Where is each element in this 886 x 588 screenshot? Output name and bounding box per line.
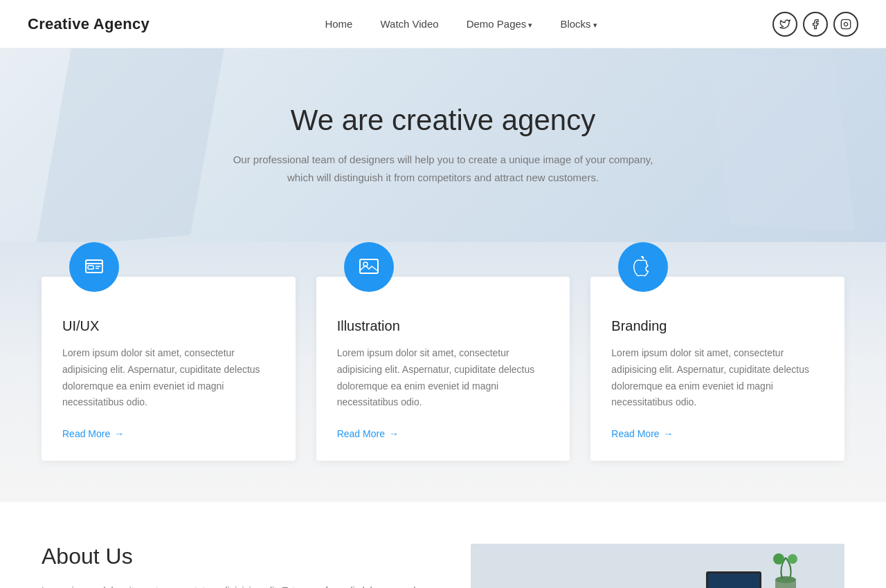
nav-link-home[interactable]: Home (325, 18, 352, 30)
twitter-icon[interactable] (772, 12, 797, 37)
about-left: About Us Lorem ipsum dolor sit amet, con… (42, 544, 429, 588)
card-branding-text: Lorem ipsum dolor sit amet, consectetur … (611, 345, 824, 411)
svg-point-20 (788, 554, 797, 564)
svg-rect-7 (360, 259, 378, 273)
hero-section: We are creative agency Our professional … (0, 48, 886, 242)
about-text: Lorem ipsum dolor sit amet, consectetur … (42, 583, 429, 588)
instagram-icon[interactable] (833, 12, 858, 37)
card-uiux-title: UI/UX (62, 318, 275, 334)
card-illustration-readmore[interactable]: Read More (337, 428, 399, 439)
card-uiux-body: UI/UX Lorem ipsum dolor sit amet, consec… (42, 277, 296, 461)
svg-rect-15 (708, 573, 759, 588)
svg-rect-0 (841, 19, 850, 28)
nav-menu: Home Watch Video Demo Pages Blocks (325, 18, 597, 30)
card-branding: Branding Lorem ipsum dolor sit amet, con… (590, 242, 844, 461)
svg-point-19 (773, 553, 784, 564)
svg-point-18 (775, 576, 796, 583)
card-uiux-text: Lorem ipsum dolor sit amet, consectetur … (62, 345, 275, 411)
about-section: About Us Lorem ipsum dolor sit amet, con… (0, 502, 886, 588)
hero-subtitle: Our professional team of designers will … (228, 151, 658, 186)
brand[interactable]: Creative Agency (28, 15, 150, 33)
card-uiux: UI/UX Lorem ipsum dolor sit amet, consec… (42, 242, 296, 461)
branding-icon-circle (618, 242, 668, 292)
card-branding-body: Branding Lorem ipsum dolor sit amet, con… (590, 277, 844, 461)
cards-section: UI/UX Lorem ipsum dolor sit amet, consec… (0, 242, 886, 502)
card-branding-title: Branding (611, 318, 824, 334)
social-icons (772, 12, 858, 37)
illustration-icon-circle (344, 242, 394, 292)
nav-link-demo-pages[interactable]: Demo Pages (467, 18, 533, 30)
navbar: Creative Agency Home Watch Video Demo Pa… (0, 0, 886, 48)
nav-item-home[interactable]: Home (325, 18, 352, 30)
about-image (471, 544, 844, 588)
card-illustration-body: Illustration Lorem ipsum dolor sit amet,… (316, 277, 570, 461)
hero-title: We are creative agency (28, 104, 858, 137)
nav-item-demo-pages[interactable]: Demo Pages (467, 18, 533, 30)
card-uiux-readmore[interactable]: Read More (62, 428, 124, 439)
cards-grid: UI/UX Lorem ipsum dolor sit amet, consec… (42, 242, 844, 461)
about-title: About Us (42, 544, 429, 569)
facebook-icon[interactable] (803, 12, 828, 37)
card-branding-readmore[interactable]: Read More (611, 428, 673, 439)
nav-link-blocks[interactable]: Blocks (560, 18, 597, 30)
card-illustration: Illustration Lorem ipsum dolor sit amet,… (316, 242, 570, 461)
card-illustration-title: Illustration (337, 318, 550, 334)
uiux-icon-circle (69, 242, 119, 292)
card-illustration-text: Lorem ipsum dolor sit amet, consectetur … (337, 345, 550, 411)
nav-item-blocks[interactable]: Blocks (560, 18, 597, 30)
nav-link-watch-video[interactable]: Watch Video (380, 18, 438, 30)
svg-rect-4 (88, 266, 93, 269)
nav-item-watch-video[interactable]: Watch Video (380, 18, 438, 30)
